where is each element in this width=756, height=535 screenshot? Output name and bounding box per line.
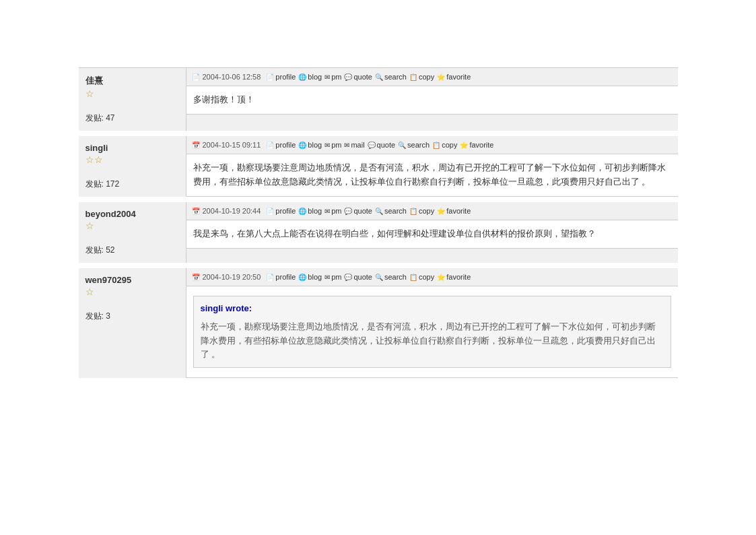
profile-link-3[interactable]: profile — [266, 207, 296, 215]
user-col-1: 佳熹 ☆ 发贴: 47 — [79, 68, 186, 131]
stars-1: ☆ — [85, 88, 179, 99]
fav-icon-3 — [437, 207, 445, 215]
username-4: wen970295 — [85, 275, 179, 285]
search-icon-4 — [375, 273, 383, 281]
pm-icon-1 — [324, 73, 330, 81]
post-separator-3 — [79, 263, 678, 268]
post-count-2: 发贴: 172 — [85, 179, 179, 190]
post-row-4: wen970295 ☆ 发贴: 3 2004-10-19 20:50 profi… — [79, 268, 678, 378]
copy-icon-3 — [409, 207, 417, 215]
post-count-1: 发贴: 47 — [85, 113, 179, 124]
post-meta-1: 2004-10-06 12:58 profile blog pm quote s… — [186, 68, 678, 86]
blog-link-2[interactable]: blog — [298, 141, 322, 149]
content-col-2: 2004-10-15 09:11 profile blog pm mail qu… — [186, 136, 678, 197]
post-body-1: 多谢指教！顶！ — [186, 86, 678, 115]
pm-icon-4 — [324, 273, 330, 281]
quote-icon-3 — [344, 207, 352, 215]
quote-link-4[interactable]: quote — [344, 273, 372, 281]
username-2: singli — [85, 143, 179, 153]
post-separator-2 — [79, 197, 678, 202]
stars-2: ☆☆ — [85, 154, 179, 165]
search-link-4[interactable]: search — [375, 273, 407, 281]
profile-icon-3 — [266, 207, 274, 215]
mail-icon-2 — [344, 141, 349, 149]
pm-link-4[interactable]: pm — [324, 273, 341, 281]
profile-link-4[interactable]: profile — [266, 273, 296, 281]
favorite-link-1[interactable]: favorite — [437, 73, 471, 81]
profile-icon-4 — [266, 273, 274, 281]
quote-author-4: singli wrote: — [201, 302, 664, 316]
fav-icon-4 — [437, 273, 445, 281]
date-icon-3 — [192, 206, 200, 216]
favorite-link-4[interactable]: favorite — [437, 273, 471, 281]
profile-icon-2 — [266, 141, 274, 149]
post-date-3: 2004-10-19 20:44 — [203, 207, 261, 215]
blog-link-4[interactable]: blog — [298, 273, 322, 281]
post-separator-1 — [79, 131, 678, 136]
profile-icon-1 — [266, 73, 274, 81]
quote-icon-1 — [344, 73, 352, 81]
blog-icon-4 — [298, 273, 306, 281]
search-icon-1 — [375, 73, 383, 81]
post-date-1: 2004-10-06 12:58 — [203, 73, 261, 81]
stars-4: ☆ — [85, 286, 179, 297]
blog-icon-1 — [298, 73, 306, 81]
copy-link-1[interactable]: copy — [409, 73, 434, 81]
post-row-2: singli ☆☆ 发贴: 172 2004-10-15 09:11 profi… — [79, 136, 678, 197]
blog-link-3[interactable]: blog — [298, 207, 322, 215]
post-row-3: beyond2004 ☆ 发贴: 52 2004-10-19 20:44 pro… — [79, 202, 678, 263]
post-count-3: 发贴: 52 — [85, 245, 179, 256]
blog-link-1[interactable]: blog — [298, 73, 322, 81]
copy-link-4[interactable]: copy — [409, 273, 434, 281]
post-meta-3: 2004-10-19 20:44 profile blog pm quote s… — [186, 202, 678, 220]
pm-link-2[interactable]: pm — [324, 141, 341, 149]
content-col-3: 2004-10-19 20:44 profile blog pm quote s… — [186, 202, 678, 263]
stars-3: ☆ — [85, 220, 179, 231]
fav-icon-1 — [437, 73, 445, 81]
fav-icon-2 — [460, 141, 468, 149]
username-1: 佳熹 — [85, 75, 179, 87]
user-col-2: singli ☆☆ 发贴: 172 — [79, 136, 186, 197]
post-date-4: 2004-10-19 20:50 — [203, 273, 261, 281]
quote-link-1[interactable]: quote — [344, 73, 372, 81]
quote-text-4: 补充一项，勘察现场要注意周边地质情况，是否有河流，积水，周边有已开挖的工程可了解… — [201, 320, 664, 362]
content-col-4: 2004-10-19 20:50 profile blog pm quote s… — [186, 268, 678, 378]
profile-link-2[interactable]: profile — [266, 141, 296, 149]
search-link-1[interactable]: search — [375, 73, 407, 81]
blog-icon-3 — [298, 207, 306, 215]
post-date-2: 2004-10-15 09:11 — [203, 141, 261, 149]
post-body-4: singli wrote: 补充一项，勘察现场要注意周边地质情况，是否有河流，积… — [186, 286, 678, 378]
copy-icon-1 — [409, 73, 417, 81]
search-icon-2 — [398, 141, 406, 149]
pm-link-1[interactable]: pm — [324, 73, 341, 81]
forum-container: 佳熹 ☆ 发贴: 47 2004-10-06 12:58 profile blo… — [79, 67, 678, 378]
post-body-2: 补充一项，勘察现场要注意周边地质情况，是否有河流，积水，周边有已开挖的工程可了解… — [186, 154, 678, 197]
post-row-1: 佳熹 ☆ 发贴: 47 2004-10-06 12:58 profile blo… — [79, 68, 678, 131]
date-icon-1 — [192, 72, 200, 82]
profile-link-1[interactable]: profile — [266, 73, 296, 81]
post-meta-4: 2004-10-19 20:50 profile blog pm quote s… — [186, 268, 678, 286]
search-link-2[interactable]: search — [398, 141, 429, 149]
copy-icon-4 — [409, 273, 417, 281]
pm-icon-2 — [324, 141, 330, 149]
pm-link-3[interactable]: pm — [324, 207, 341, 215]
quote-icon-2 — [368, 141, 376, 149]
search-link-3[interactable]: search — [375, 207, 407, 215]
page-wrapper: 佳熹 ☆ 发贴: 47 2004-10-06 12:58 profile blo… — [0, 0, 756, 535]
date-icon-4 — [192, 272, 200, 282]
copy-link-3[interactable]: copy — [409, 207, 434, 215]
quote-link-2[interactable]: quote — [368, 141, 396, 149]
user-col-4: wen970295 ☆ 发贴: 3 — [79, 268, 186, 378]
favorite-link-2[interactable]: favorite — [460, 141, 493, 149]
blog-icon-2 — [298, 141, 306, 149]
post-body-3: 我是来鸟，在第八大点上能否在说得在明白些，如何理解和处理建设单位自供材料的报价原… — [186, 220, 678, 249]
username-3: beyond2004 — [85, 209, 179, 219]
quote-link-3[interactable]: quote — [344, 207, 372, 215]
date-icon-2 — [192, 140, 200, 150]
user-col-3: beyond2004 ☆ 发贴: 52 — [79, 202, 186, 263]
copy-link-2[interactable]: copy — [432, 141, 457, 149]
copy-icon-2 — [432, 141, 440, 149]
favorite-link-3[interactable]: favorite — [437, 207, 471, 215]
mail-link-2[interactable]: mail — [344, 141, 364, 149]
post-meta-2: 2004-10-15 09:11 profile blog pm mail qu… — [186, 136, 678, 154]
